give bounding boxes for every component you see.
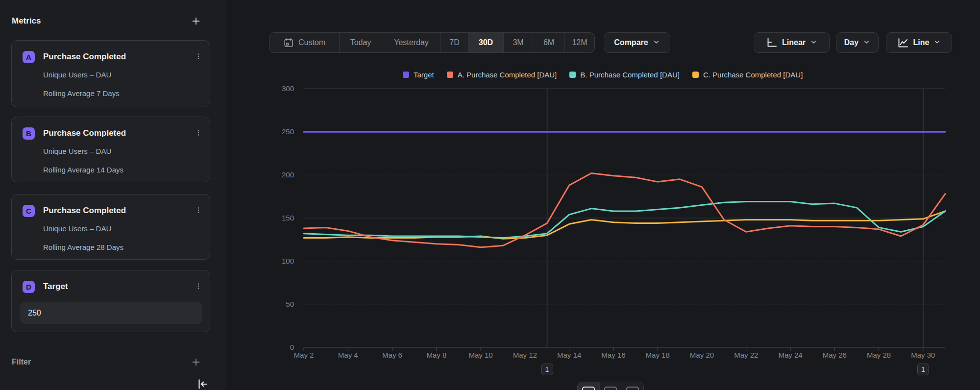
- range-label: 6M: [543, 38, 554, 47]
- annotation-marker[interactable]: 1: [541, 364, 553, 375]
- x-tick-label: May 24: [761, 351, 820, 359]
- granularity-button[interactable]: Day: [836, 32, 879, 53]
- y-tick-label: 200: [245, 171, 294, 179]
- legend-item-b[interactable]: B. Purchase Completed [DAU]: [569, 71, 680, 79]
- range-7d[interactable]: 7D: [441, 33, 468, 52]
- scale-label: Linear: [782, 38, 806, 47]
- calendar-icon: [283, 37, 294, 48]
- chart-type-button[interactable]: Line: [886, 32, 952, 53]
- date-range-group: Custom Today Yesterday 7D 30D 3M 6M 12M: [269, 32, 595, 53]
- annotation-marker[interactable]: 1: [917, 364, 929, 375]
- range-today[interactable]: Today: [340, 33, 382, 52]
- x-tick-label: May 14: [540, 351, 599, 359]
- legend-swatch: [447, 72, 453, 78]
- view-toggle-split[interactable]: [600, 382, 622, 390]
- range-label: Today: [350, 38, 371, 47]
- kebab-icon: [194, 206, 203, 217]
- range-custom[interactable]: Custom: [270, 33, 340, 52]
- granularity-label: Day: [844, 38, 858, 47]
- x-tick-label: May 10: [451, 351, 510, 359]
- legend-item-a[interactable]: A. Purchase Completed [DAU]: [447, 71, 557, 79]
- metric-measure[interactable]: Unique Users – DAU: [43, 71, 111, 79]
- metric-transform[interactable]: Rolling Average 14 Days: [43, 166, 123, 174]
- range-label: Yesterday: [394, 38, 429, 47]
- range-30d[interactable]: 30D: [468, 33, 504, 52]
- view-toggle-table[interactable]: [621, 382, 643, 390]
- line-chart-icon: [897, 37, 909, 49]
- sidebar-footer-divider: [0, 374, 225, 374]
- range-label: 7D: [449, 38, 459, 47]
- compare-label: Compare: [614, 38, 648, 47]
- metric-transform[interactable]: Rolling Average 7 Days: [43, 89, 120, 98]
- legend-item-c[interactable]: C. Purchase Completed [DAU]: [692, 71, 803, 79]
- y-tick-label: 100: [245, 257, 294, 265]
- plus-icon: [191, 16, 201, 28]
- legend-swatch: [569, 72, 576, 78]
- compare-button[interactable]: Compare: [604, 32, 670, 53]
- y-tick-label: 50: [245, 300, 294, 308]
- metric-measure[interactable]: Unique Users – DAU: [43, 224, 111, 233]
- series-line-b[interactable]: [304, 202, 945, 238]
- legend-swatch: [403, 72, 409, 78]
- range-3m[interactable]: 3M: [504, 33, 533, 52]
- x-tick-label: May 8: [407, 351, 466, 359]
- metric-card-target[interactable]: D Target: [11, 270, 210, 332]
- collapse-sidebar-button[interactable]: [196, 378, 209, 390]
- metric-options-button[interactable]: [192, 204, 205, 218]
- x-tick-label: May 4: [318, 351, 377, 359]
- legend-label: C. Purchase Completed [DAU]: [703, 71, 803, 79]
- series-line-c[interactable]: [304, 211, 945, 239]
- kebab-icon: [194, 128, 203, 139]
- add-filter-button[interactable]: [190, 357, 202, 369]
- view-toggle-chart[interactable]: [578, 382, 600, 390]
- metric-options-button[interactable]: [192, 50, 205, 64]
- y-tick-label: 250: [245, 127, 294, 136]
- legend-label: A. Purchase Completed [DAU]: [458, 71, 557, 79]
- range-label: 12M: [572, 38, 587, 47]
- target-value-input[interactable]: [20, 302, 202, 324]
- legend-label: B. Purchase Completed [DAU]: [580, 71, 680, 79]
- y-tick-label: 150: [245, 214, 294, 222]
- split-panel-icon: [604, 387, 617, 390]
- metric-title: Purchase Completed: [43, 128, 126, 138]
- metric-card-c[interactable]: C Purchase Completed Unique Users – DAU …: [11, 194, 210, 260]
- range-yesterday[interactable]: Yesterday: [382, 33, 441, 52]
- x-tick-label: May 2: [274, 351, 333, 359]
- metric-card-a[interactable]: A Purchase Completed Unique Users – DAU …: [11, 40, 210, 107]
- filter-section-title: Filter: [12, 358, 31, 366]
- y-tick-label: 300: [245, 84, 294, 93]
- legend-item-target[interactable]: Target: [403, 71, 434, 79]
- range-12m[interactable]: 12M: [565, 33, 594, 52]
- chart-legend: Target A. Purchase Completed [DAU] B. Pu…: [403, 69, 803, 80]
- metric-title: Purchase Completed: [43, 206, 126, 216]
- x-tick-label: May 20: [672, 351, 731, 359]
- x-tick-label: May 6: [363, 351, 422, 359]
- range-label: 3M: [513, 38, 523, 47]
- chevron-down-icon: [863, 38, 870, 48]
- metric-card-b[interactable]: B Purchase Completed Unique Users – DAU …: [11, 117, 210, 182]
- x-tick-label: May 26: [805, 351, 864, 359]
- add-metric-button[interactable]: [190, 16, 202, 28]
- kebab-icon: [194, 282, 203, 292]
- metrics-sidebar: Metrics A Purchase Completed Unique User…: [0, 0, 225, 390]
- x-tick-label: May 28: [850, 351, 908, 359]
- y-tick-label: 0: [245, 343, 294, 351]
- x-tick-label: May 22: [717, 351, 776, 359]
- chevron-down-icon: [810, 38, 817, 48]
- metric-options-button[interactable]: [192, 127, 205, 141]
- metric-transform[interactable]: Rolling Average 28 Days: [43, 243, 123, 251]
- kebab-icon: [194, 52, 203, 63]
- chart-type-label: Line: [913, 38, 930, 47]
- metric-options-button[interactable]: [192, 280, 205, 294]
- range-6m[interactable]: 6M: [533, 33, 565, 52]
- panel-icon: [582, 387, 595, 390]
- metric-measure[interactable]: Unique Users – DAU: [43, 147, 111, 155]
- scale-button[interactable]: Linear: [754, 32, 830, 53]
- range-label: 30D: [479, 38, 493, 47]
- plus-icon: [191, 357, 201, 369]
- metrics-section-title: Metrics: [12, 16, 41, 26]
- metric-letter-badge: D: [23, 281, 35, 293]
- metric-title: Purchase Completed: [43, 52, 126, 62]
- x-tick-label: May 18: [628, 351, 687, 359]
- legend-swatch: [692, 72, 699, 78]
